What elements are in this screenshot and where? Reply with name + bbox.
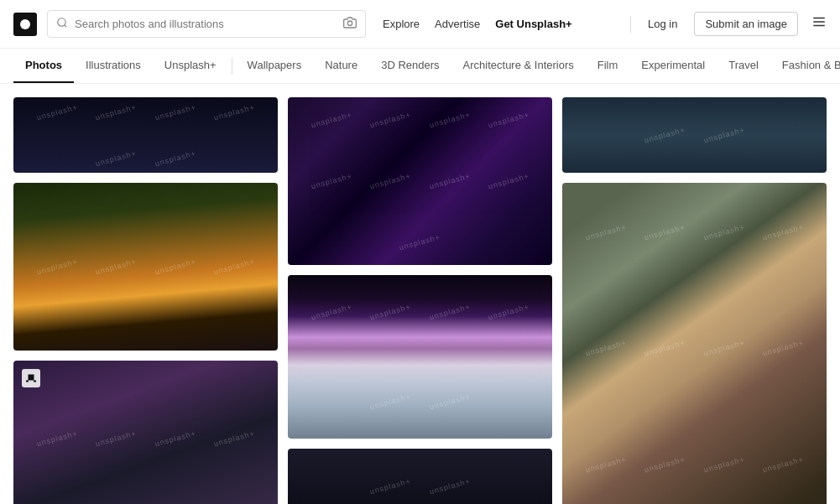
search-icon [56, 17, 68, 31]
category-nav: Photos Illustrations Unsplash+ Wallpaper… [0, 49, 840, 84]
watermark-overlay-1: unsplash+unsplash+unsplash+ unsplash+uns… [13, 97, 278, 173]
search-bar[interactable] [47, 10, 366, 38]
header: Explore Advertise Get Unsplash+ Log in S… [0, 0, 840, 49]
svg-point-2 [347, 21, 352, 25]
cat-separator [232, 58, 232, 75]
photo-logo-overlay [22, 369, 40, 387]
submit-image-button[interactable]: Submit an image [694, 12, 798, 36]
cat-nature[interactable]: Nature [313, 49, 369, 83]
cat-3d-renders[interactable]: 3D Renders [369, 49, 451, 83]
photo-dark-abstract[interactable]: unsplash+unsplash+ [288, 449, 552, 504]
watermark-overlay-3: unsplash+unsplash+ unsplash+unsplash+ [13, 361, 278, 504]
watermark-overlay-6: unsplash+unsplash+ [288, 449, 552, 504]
photo-col-1: unsplash+unsplash+unsplash+ unsplash+uns… [13, 97, 278, 504]
cat-wallpapers[interactable]: Wallpapers [236, 49, 314, 83]
watermark-overlay-5: unsplash+unsplash+unsplash+ unsplash+uns… [288, 275, 552, 439]
logo-icon [20, 19, 30, 29]
search-input[interactable] [75, 18, 337, 30]
cat-experimental[interactable]: Experimental [629, 49, 717, 83]
nav-advertise[interactable]: Advertise [435, 18, 480, 30]
photo-grid: unsplash+unsplash+unsplash+ unsplash+uns… [13, 97, 827, 504]
watermark-overlay-4: unsplash+unsplash+unsplash+ unsplash+uns… [288, 97, 552, 265]
watermark-overlay-2: unsplash+unsplash+ unsplash+unsplash+ [13, 183, 278, 351]
photo-cookies-flatlay[interactable]: unsplash+unsplash+unsplash+ unsplash+uns… [562, 183, 827, 504]
photo-woman-purple[interactable]: unsplash+unsplash+ unsplash+unsplash+ [13, 361, 278, 504]
nav-get-unsplash-plus[interactable]: Get Unsplash+ [495, 18, 571, 30]
photo-blue-teal[interactable]: unsplash+unsplash+ [562, 97, 827, 173]
photo-cyclists[interactable]: unsplash+unsplash+ unsplash+unsplash+ [13, 183, 278, 351]
cat-travel[interactable]: Travel [717, 49, 770, 83]
cat-illustrations[interactable]: Illustrations [74, 49, 153, 83]
nav-explore[interactable]: Explore [383, 18, 420, 30]
svg-line-1 [65, 25, 67, 28]
unsplash-logo[interactable] [13, 13, 37, 36]
main-nav: Explore Advertise Get Unsplash+ [383, 18, 572, 30]
cat-architecture[interactable]: Architecture & Interiors [451, 49, 586, 83]
cat-photos[interactable]: Photos [13, 49, 74, 83]
camera-icon[interactable] [343, 16, 357, 32]
login-button[interactable]: Log in [639, 13, 686, 35]
header-divider [630, 16, 631, 33]
hamburger-icon[interactable] [811, 14, 827, 34]
photo-fabric[interactable]: unsplash+unsplash+unsplash+ unsplash+uns… [288, 97, 552, 265]
watermark-overlay-7: unsplash+unsplash+ [562, 97, 827, 173]
svg-point-0 [58, 18, 65, 26]
header-actions: Log in Submit an image [630, 12, 827, 36]
watermark-overlay-8: unsplash+unsplash+unsplash+ unsplash+uns… [562, 183, 827, 504]
photo-dark-top[interactable]: unsplash+unsplash+unsplash+ unsplash+uns… [13, 97, 278, 173]
cat-fashion-beauty[interactable]: Fashion & Beauty [770, 49, 840, 83]
cat-unsplash-plus[interactable]: Unsplash+ [153, 49, 228, 83]
main-content: unsplash+unsplash+unsplash+ unsplash+uns… [0, 84, 840, 504]
photo-mountains-stars[interactable]: unsplash+unsplash+unsplash+ unsplash+uns… [288, 275, 552, 439]
photo-col-2: unsplash+unsplash+unsplash+ unsplash+uns… [288, 97, 552, 504]
cat-film[interactable]: Film [586, 49, 630, 83]
photo-col-3: unsplash+unsplash+ unsplash+unsplash+uns… [562, 97, 827, 504]
